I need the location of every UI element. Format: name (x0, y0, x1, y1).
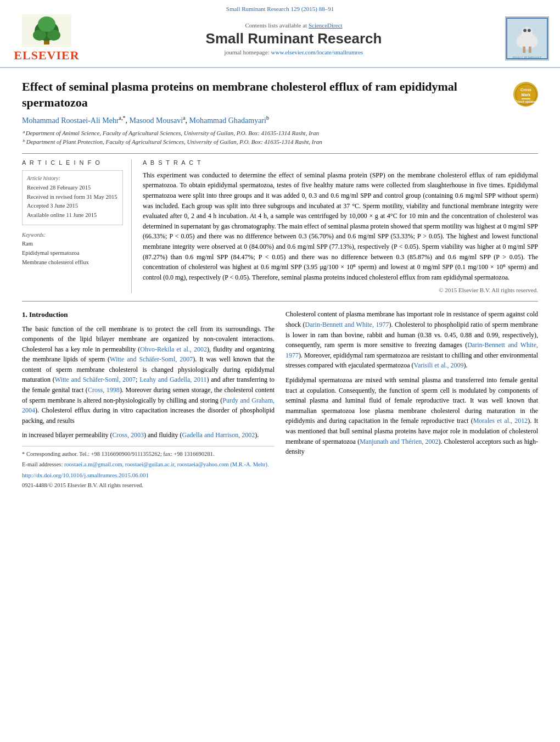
email-footnote: E-mail addresses: roostaei.a.m@gmail.com… (22, 460, 275, 469)
doi-footnote[interactable]: http://dx.doi.org/10.1016/j.smallrumres.… (22, 471, 275, 480)
svg-point-9 (522, 27, 533, 38)
email-label: E-mail addresses: (22, 461, 63, 467)
ref-cross1998[interactable]: Cross, 1998 (88, 386, 120, 394)
right-para-2: Epididymal spermatozoa are mixed with se… (285, 375, 538, 457)
ref-darin1977b[interactable]: Darin-Bennett and White, 1977 (285, 341, 538, 359)
article-container: Effect of seminal plasma proteins on mem… (0, 68, 560, 503)
intro-heading: 1. Introduction (22, 309, 275, 320)
crossmark-badge[interactable]: Cross Mark Check updates (513, 82, 538, 107)
body-columns: 1. Introduction The basic function of th… (22, 309, 538, 491)
affiliations: ᵃ Department of Animal Science, Faculty … (22, 129, 538, 147)
article-history-box: Article history: Received 28 February 20… (22, 170, 123, 225)
svg-text:Cross: Cross (520, 88, 531, 92)
section-divider (22, 301, 538, 302)
intro-para-2: in increased bilayer permeability (Cross… (22, 430, 275, 440)
ref-manjunath[interactable]: Manjunath and Thérien, 2002 (360, 438, 438, 445)
email-link[interactable]: roostaei.a.m@gmail.com, roostaei@guilan.… (64, 461, 269, 467)
ref-ohvo[interactable]: Ohvo-Rekila et al., 2002 (140, 345, 207, 353)
journal-logo-row: ELSEVIER Contents lists available at Sci… (0, 14, 560, 67)
svg-text:Check updates: Check updates (515, 100, 536, 103)
elsevier-logo: ELSEVIER (11, 14, 82, 63)
journal-header: Small Ruminant Research 129 (2015) 88–91… (0, 0, 560, 68)
ref-morales[interactable]: Morales et al., 2012 (473, 417, 528, 425)
article-info-abstract-row: A R T I C L E I N F O Article history: R… (22, 153, 538, 294)
ref-varisili[interactable]: Varisili et al., 2009 (414, 361, 464, 369)
abstract-text: This experiment was conducted to determi… (143, 170, 538, 283)
history-label: Article history: (27, 175, 118, 181)
right-para-1: Cholesterol content of plasma membrane h… (285, 309, 538, 371)
svg-rect-13 (529, 47, 531, 53)
corresponding-footnote: * Corresponding author. Tel.: +98 131669… (22, 450, 275, 459)
journal-volume-info: Small Ruminant Research 129 (2015) 88–91 (0, 4, 560, 14)
doi-link[interactable]: http://dx.doi.org/10.1016/j.smallrumres.… (22, 472, 149, 478)
affiliation-b: ᵇ Department of Plant Protection, Facult… (22, 137, 538, 147)
article-title: Effect of seminal plasma proteins on mem… (22, 79, 513, 110)
ref-cross2003[interactable]: Cross, 2003 (113, 431, 144, 439)
contents-available-text: Contents lists available at ScienceDirec… (82, 22, 505, 29)
journal-cover-thumbnail: SMALL RUMINANT (505, 16, 549, 60)
article-info-heading: A R T I C L E I N F O (22, 159, 123, 166)
article-info-column: A R T I C L E I N F O Article history: R… (22, 159, 132, 294)
keywords-section: Keywords: Ram Epididymal spermatozoa Mem… (22, 232, 123, 267)
sciencedirect-link[interactable]: ScienceDirect (309, 22, 343, 29)
authors-line: Mohammad Roostaei-Ali Mehra,*, Masood Mo… (22, 115, 538, 125)
body-right-column: Cholesterol content of plasma membrane h… (285, 309, 538, 491)
received-date: Received 28 February 2015 (27, 183, 118, 193)
author-2-link[interactable]: Masood Mousavi (129, 116, 183, 125)
affiliation-a: ᵃ Department of Animal Science, Faculty … (22, 129, 538, 138)
svg-point-11 (528, 29, 531, 32)
abstract-column: A B S T R A C T This experiment was cond… (143, 159, 538, 294)
author-1-link[interactable]: Mohammad Roostaei-Ali Mehr (22, 116, 119, 125)
ref-witte2[interactable]: Witte and Schäfer-Soml, 2007 (55, 376, 136, 383)
revised-date: Received in revised form 31 May 2015 (27, 193, 118, 202)
ref-gadella[interactable]: Gadella and Harrison, 2002 (182, 431, 255, 439)
journal-center: Contents lists available at ScienceDirec… (82, 22, 505, 55)
svg-rect-12 (523, 47, 525, 53)
journal-homepage: journal homepage: www.elsevier.com/locat… (82, 49, 505, 55)
elsevier-tree-image (22, 14, 71, 47)
issn-footnote: 0921-4488/© 2015 Elsevier B.V. All right… (22, 481, 275, 490)
accepted-date: Accepted 3 June 2015 (27, 202, 118, 211)
copyright-line: © 2015 Elsevier B.V. All rights reserved… (143, 287, 538, 293)
article-title-section: Effect of seminal plasma proteins on mem… (22, 79, 538, 110)
available-online-date: Available online 11 June 2015 (27, 211, 118, 220)
svg-text:Mark: Mark (521, 93, 530, 97)
keywords-label: Keywords: (22, 232, 123, 238)
author-3-link[interactable]: Mohammad Ghadamyari (189, 116, 266, 125)
keyword-1: Ram (22, 239, 123, 249)
ref-darin1977[interactable]: Darin-Bennett and White, 1977 (305, 321, 389, 328)
body-left-column: 1. Introduction The basic function of th… (22, 309, 275, 491)
ref-witte1[interactable]: Witte and Schäfer-Soml, 2007 (110, 355, 193, 363)
svg-point-5 (38, 16, 55, 32)
keyword-3: Membrane cholesterol efflux (22, 258, 123, 267)
footnotes-section: * Corresponding author. Tel.: +98 131669… (22, 446, 275, 490)
svg-text:SMALL RUMINANT: SMALL RUMINANT (513, 56, 542, 59)
intro-para-1: The basic function of the cell membrane … (22, 324, 275, 426)
keyword-2: Epididymal spermatozoa (22, 249, 123, 258)
elsevier-brand-text: ELSEVIER (14, 48, 79, 63)
homepage-url[interactable]: www.elsevier.com/locate/smallrumres (271, 49, 363, 55)
svg-point-10 (523, 29, 527, 32)
journal-title: Small Ruminant Research (82, 30, 505, 47)
abstract-heading: A B S T R A C T (143, 159, 538, 166)
ref-leahy[interactable]: Leahy and Gadella, 2011 (139, 376, 206, 383)
ref-purdy[interactable]: Purdy and Graham, 2004 (22, 397, 275, 415)
